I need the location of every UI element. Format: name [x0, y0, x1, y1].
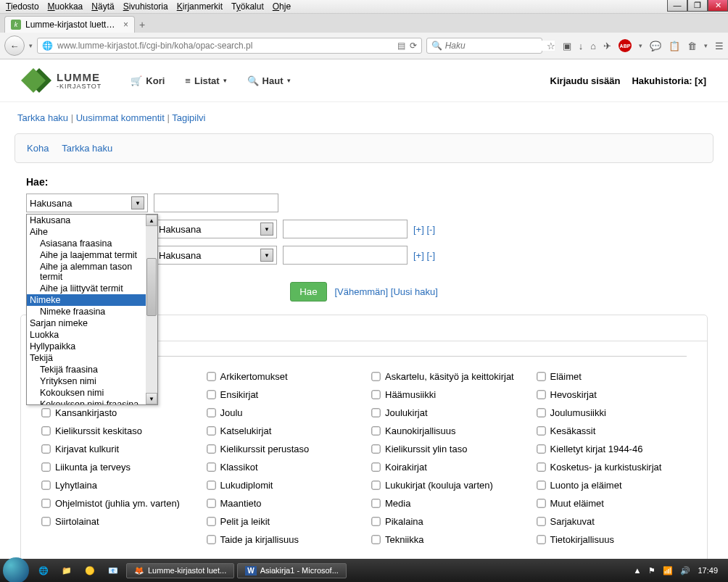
subnav-tagipilvi[interactable]: Tagipilvi	[172, 112, 205, 123]
collection-checkbox-item[interactable]: Hevoskirjat	[537, 389, 687, 400]
field-dropdown-list[interactable]: HakusanaAiheAsiasana fraasinaAihe ja laa…	[26, 214, 158, 405]
window-minimize[interactable]: —	[667, 0, 687, 12]
dropdown-option[interactable]: Luokka	[27, 329, 157, 341]
collection-checkbox[interactable]	[207, 462, 215, 471]
dropdown-option[interactable]: Aihe ja alemman tason termit	[27, 261, 157, 283]
collection-checkbox-item[interactable]: Kirjavat kulkurit	[41, 444, 192, 454]
taskbar-explorer-icon[interactable]: 📁	[57, 562, 77, 567]
collection-checkbox-item[interactable]: Taide ja kirjallisuus	[207, 534, 357, 545]
menu-edit[interactable]: Muokkaa	[48, 1, 83, 12]
menu-tools[interactable]: Työkalut	[231, 1, 264, 12]
collection-checkbox[interactable]	[371, 372, 380, 381]
url-bar[interactable]: 🌐 ▤ ⟳	[37, 38, 422, 54]
collection-checkbox-item[interactable]: Lukukirjat (kouluja varten)	[371, 480, 522, 491]
downloads-icon[interactable]: ↓	[579, 41, 584, 51]
search-input-1[interactable]	[154, 194, 278, 212]
subnav-uusimmat[interactable]: Uusimmat kommentit	[76, 112, 165, 123]
nav-listat[interactable]: ≡ Listat ▾	[185, 75, 226, 86]
collection-checkbox-item[interactable]: Lyhytlaina	[41, 480, 192, 491]
collection-checkbox-item[interactable]: Siirtolainat	[41, 516, 192, 527]
collection-checkbox-item[interactable]: Tekniikka	[371, 534, 522, 545]
collection-checkbox[interactable]	[41, 444, 50, 453]
fewer-options-link[interactable]: [Vähemmän]	[334, 286, 388, 297]
collection-checkbox[interactable]	[371, 390, 380, 399]
reload-icon[interactable]: ⟳	[410, 41, 417, 51]
dropdown-option[interactable]: Yrityksen nimi	[27, 375, 157, 387]
collection-checkbox-item[interactable]: Liikunta ja terveys	[41, 462, 192, 473]
site-logo[interactable]: LUMME -KIRJASTOT	[22, 68, 102, 93]
collection-checkbox-item[interactable]: Lukudiplomit	[207, 480, 357, 491]
collection-checkbox[interactable]	[537, 390, 545, 399]
tray-network-icon[interactable]: 📶	[663, 566, 673, 568]
collection-checkbox-item[interactable]: Ensikirjat	[207, 389, 357, 400]
chevron-down-icon[interactable]: ▼	[260, 223, 273, 236]
collection-checkbox-item[interactable]: Eläimet	[537, 371, 687, 382]
collection-checkbox[interactable]	[207, 390, 215, 399]
taskbar-word-app[interactable]: W Asiakirja1 - Microsof...	[237, 563, 347, 568]
menu-history[interactable]: Sivuhistoria	[123, 1, 168, 12]
collection-checkbox-item[interactable]: Kaunokirjallisuus	[371, 425, 522, 436]
collection-checkbox[interactable]	[537, 408, 545, 417]
collection-checkbox-item[interactable]: Askartelu, käsityö ja keittokirjat	[371, 371, 522, 382]
collection-checkbox[interactable]	[207, 517, 215, 525]
window-maximize[interactable]: ❐	[687, 0, 708, 12]
collection-checkbox-item[interactable]: Ohjelmistot (juhlia ym. varten)	[41, 498, 192, 509]
collection-checkbox[interactable]	[371, 444, 380, 453]
subnav-tarkka[interactable]: Tarkka haku	[17, 112, 68, 123]
collection-checkbox-item[interactable]: Kielikurssit ylin taso	[371, 444, 522, 454]
breadcrumb-koha[interactable]: Koha	[27, 143, 49, 154]
scroll-thumb[interactable]	[146, 258, 157, 316]
collection-checkbox[interactable]	[207, 426, 215, 435]
collection-checkbox[interactable]	[207, 408, 215, 417]
search-input-2[interactable]	[283, 220, 408, 238]
collection-checkbox-item[interactable]: Tietokirjallisuus	[537, 534, 687, 545]
tray-up-icon[interactable]: ▲	[634, 566, 642, 567]
collection-checkbox[interactable]	[537, 444, 545, 453]
menu-hamburger-icon[interactable]: ☰	[715, 41, 724, 51]
collection-checkbox-item[interactable]: Joulu	[207, 407, 357, 418]
collection-checkbox-item[interactable]: Kansankirjasto	[41, 407, 192, 418]
menu-view[interactable]: Näytä	[91, 1, 114, 12]
history-link[interactable]: Hakuhistoria: [x]	[632, 75, 706, 86]
menu-bookmarks[interactable]: Kirjanmerkit	[177, 1, 223, 12]
collection-checkbox[interactable]	[537, 462, 545, 471]
clipboard-icon[interactable]: 📋	[669, 41, 680, 51]
browser-tab[interactable]: k Lumme-kirjastot luettelo › ... ×	[4, 16, 135, 33]
collection-checkbox-item[interactable]: Häämusiikki	[371, 389, 522, 400]
reader-icon[interactable]: ▤	[397, 41, 405, 51]
chevron-down-icon[interactable]: ▼	[131, 196, 144, 209]
collection-checkbox[interactable]	[41, 517, 50, 525]
collection-checkbox-item[interactable]: Arkikertomukset	[207, 371, 357, 382]
nav-kori[interactable]: 🛒 Kori	[131, 75, 165, 86]
collection-checkbox-item[interactable]: Luonto ja eläimet	[537, 480, 687, 491]
tray-volume-icon[interactable]: 🔊	[680, 566, 690, 568]
collection-checkbox-item[interactable]: Muut eläimet	[537, 498, 687, 509]
new-search-link[interactable]: [Uusi haku]	[391, 286, 438, 297]
collection-checkbox[interactable]	[371, 517, 380, 525]
taskbar-ie-icon[interactable]: 🌐	[33, 562, 54, 567]
collection-checkbox[interactable]	[207, 499, 215, 507]
scroll-up-icon[interactable]: ▲	[146, 215, 157, 226]
dropdown-option[interactable]: Nimeke fraasina	[27, 306, 157, 317]
menu-help[interactable]: Ohje	[273, 1, 291, 12]
collection-checkbox[interactable]	[371, 462, 380, 471]
taskbar-mail-icon[interactable]: 📧	[103, 562, 123, 567]
collection-checkbox[interactable]	[207, 444, 215, 453]
collection-checkbox-item[interactable]: Klassikot	[207, 462, 357, 473]
collection-checkbox[interactable]	[537, 426, 545, 435]
dropdown-option[interactable]: Sarjan nimeke	[27, 317, 157, 329]
field-select-2[interactable]: Hakusana ▼	[155, 220, 277, 238]
collection-checkbox[interactable]	[537, 481, 545, 489]
tray-flag-icon[interactable]: ⚑	[648, 566, 655, 568]
collection-checkbox-item[interactable]: Joulumusiikki	[537, 407, 687, 418]
collection-checkbox[interactable]	[371, 481, 380, 489]
collection-checkbox[interactable]	[371, 535, 380, 544]
collection-checkbox[interactable]	[371, 426, 380, 435]
dropdown-option[interactable]: Nimeke	[27, 294, 157, 306]
collection-checkbox-item[interactable]: Sarjakuvat	[537, 516, 687, 527]
new-tab-button[interactable]: +	[139, 19, 145, 30]
collection-checkbox[interactable]	[537, 499, 545, 507]
collection-checkbox-item[interactable]: Maantieto	[207, 498, 357, 509]
chat-icon[interactable]: 💬	[650, 41, 661, 51]
collection-checkbox[interactable]	[207, 535, 215, 544]
